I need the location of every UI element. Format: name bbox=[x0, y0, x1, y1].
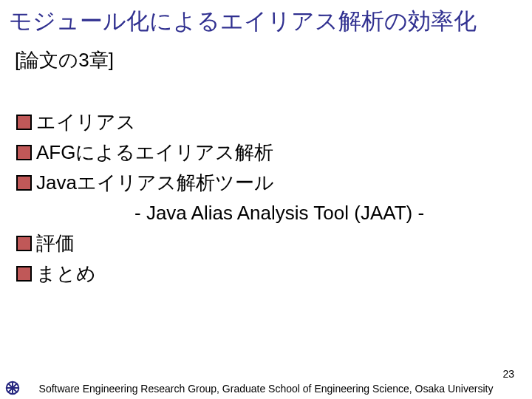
bullet-text: AFGによるエイリアス解析 bbox=[36, 138, 273, 167]
square-bullet-icon bbox=[16, 236, 32, 251]
square-bullet-icon bbox=[16, 266, 32, 282]
sub-bullet-text: - Java Alias Analysis Tool (JAAT) - bbox=[134, 199, 516, 228]
page-number: 23 bbox=[502, 368, 514, 380]
square-bullet-icon bbox=[16, 115, 32, 130]
square-bullet-icon bbox=[16, 145, 32, 160]
bullet-text: 評価 bbox=[36, 229, 75, 258]
footer-text: Software Engineering Research Group, Gra… bbox=[0, 383, 532, 395]
slide-title: モジュール化によるエイリアス解析の効率化 bbox=[9, 6, 523, 37]
bullet-text: Javaエイリアス解析ツール bbox=[36, 168, 274, 197]
bullet-item: Javaエイリアス解析ツール bbox=[16, 168, 516, 197]
square-bullet-icon bbox=[16, 175, 32, 191]
bullet-item: 評価 bbox=[16, 229, 516, 258]
bullet-item: AFGによるエイリアス解析 bbox=[16, 138, 516, 167]
slide-body: エイリアス AFGによるエイリアス解析 Javaエイリアス解析ツール - Jav… bbox=[16, 108, 516, 290]
bullet-text: エイリアス bbox=[36, 108, 136, 137]
bullet-item: エイリアス bbox=[16, 108, 516, 137]
bullet-item: まとめ bbox=[16, 259, 516, 288]
slide: モジュール化によるエイリアス解析の効率化 [論文の3章] エイリアス AFGによ… bbox=[0, 0, 532, 399]
slide-subtitle: [論文の3章] bbox=[15, 47, 114, 73]
bullet-text: まとめ bbox=[36, 259, 96, 288]
